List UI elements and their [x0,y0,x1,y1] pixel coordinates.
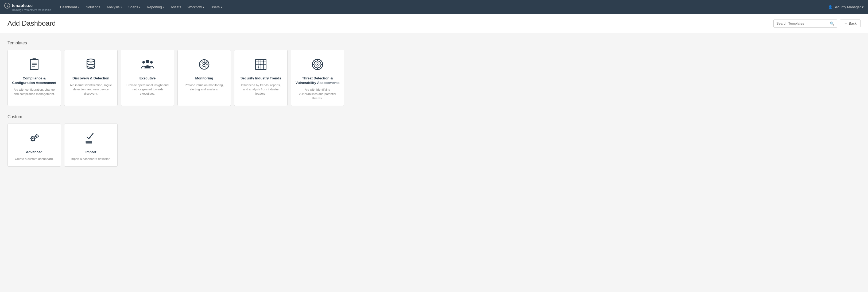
card-title: Executive [140,76,156,81]
card-desc: Provide operational insight and metrics … [125,83,170,96]
svg-point-5 [87,59,95,62]
svg-point-7 [143,61,145,64]
database-icon [83,56,99,72]
custom-card-advanced[interactable]: Advanced Create a custom dashboard. [7,123,61,167]
nav-solutions[interactable]: Solutions [83,3,103,11]
card-desc: Provide intrusion monitoring, alerting a… [182,83,226,91]
svg-point-22 [258,66,259,68]
page-header: Add Dashboard 🔍 ← Back [0,14,868,33]
user-icon: 👤 [828,5,833,9]
svg-rect-48 [38,136,39,137]
chevron-down-icon: ▾ [203,6,204,8]
svg-rect-35 [32,136,34,137]
svg-rect-41 [34,136,35,138]
card-title: Import [86,150,96,154]
custom-section-title: Custom [7,114,861,119]
svg-point-34 [32,138,34,139]
header-actions: 🔍 ← Back [773,20,861,28]
template-card-discovery[interactable]: Discovery & Detection Aid in trust ident… [64,50,118,106]
main-content: Templates Compliance & Configuration Ass… [0,33,868,292]
svg-rect-47 [35,136,35,137]
brand-icon: t [4,3,10,8]
username-label: Security Manager [834,5,861,9]
card-title: Security Industry Trends [241,76,281,81]
chevron-down-icon: ▾ [862,5,864,9]
svg-point-44 [36,136,37,137]
template-card-executive[interactable]: Executive Provide operational insight an… [121,50,174,106]
svg-rect-45 [36,134,37,135]
card-desc: Import a dashboard definition. [70,157,111,161]
template-card-threat-detection[interactable]: Threat Detection & Vulnerability Assessm… [291,50,344,106]
search-box: 🔍 [773,20,837,28]
nav-workflow[interactable]: Workflow ▾ [185,3,207,11]
svg-rect-40 [34,140,35,141]
svg-rect-38 [34,138,35,139]
card-title: Advanced [26,150,42,154]
search-button[interactable]: 🔍 [827,20,837,27]
brand-name: tenable.sc [12,3,33,8]
brand-logo-link[interactable]: t tenable.sc Training Environment for Te… [4,3,51,11]
template-card-security-trends[interactable]: Security Industry Trends Influenced by t… [234,50,287,106]
svg-rect-50 [86,143,92,144]
brand-subtitle: Training Environment for Tenable [12,8,51,11]
svg-rect-46 [36,137,37,138]
template-card-compliance[interactable]: Compliance & Configuration Assessment Ai… [7,50,61,106]
card-title: Compliance & Configuration Assessment [12,76,56,85]
template-card-monitoring[interactable]: Monitoring Provide intrusion monitoring,… [178,50,231,106]
nav-scans[interactable]: Scans ▾ [126,3,143,11]
navbar: t tenable.sc Training Environment for Te… [0,0,868,14]
import-icon [83,130,99,146]
radar-icon [196,56,212,72]
chevron-down-icon: ▾ [78,6,80,8]
card-desc: Influenced by trends, reports, and analy… [239,83,283,96]
card-desc: Aid with configuration, change and compl… [12,87,56,96]
templates-grid: Compliance & Configuration Assessment Ai… [7,50,861,106]
custom-grid: Advanced Create a custom dashboard. Impo… [7,123,861,167]
card-title: Discovery & Detection [72,76,109,81]
card-desc: Aid with identifying vulnerabilities and… [295,87,340,100]
card-title: Threat Detection & Vulnerability Assessm… [295,76,340,85]
nav-users[interactable]: Users ▾ [208,3,225,11]
chevron-down-icon: ▾ [163,6,164,8]
custom-card-import[interactable]: Import Import a dashboard definition. [64,123,118,167]
svg-rect-36 [32,140,34,141]
card-desc: Create a custom dashboard. [15,157,54,161]
templates-section-title: Templates [7,41,861,46]
chevron-down-icon: ▾ [139,6,140,8]
nav-analysis[interactable]: Analysis ▾ [104,3,125,11]
page-title: Add Dashboard [7,19,56,28]
back-arrow-icon: ← [844,21,847,25]
back-button[interactable]: ← Back [840,20,861,27]
svg-point-8 [150,61,153,64]
svg-point-24 [263,61,264,63]
search-input[interactable] [774,20,827,27]
nav-dashboard[interactable]: Dashboard ▾ [58,3,82,11]
target-icon [309,56,326,72]
gears-icon [26,130,42,146]
svg-rect-37 [30,138,31,139]
chevron-down-icon: ▾ [221,6,222,8]
card-title: Monitoring [195,76,213,81]
chevron-down-icon: ▾ [121,6,122,8]
user-menu[interactable]: 👤 Security Manager ▾ [828,5,864,9]
nav-reporting[interactable]: Reporting ▾ [144,3,167,11]
card-desc: Aid in trust identification, rogue detec… [69,83,113,96]
svg-point-6 [146,60,149,63]
clipboard-icon [26,56,42,72]
grid-chart-icon [253,56,269,72]
svg-rect-1 [33,58,36,60]
svg-point-23 [260,64,261,65]
nav-menu: Dashboard ▾ Solutions Analysis ▾ Scans ▾… [58,3,828,11]
users-icon [140,56,156,72]
nav-assets[interactable]: Assets [168,3,184,11]
svg-point-28 [317,64,318,65]
svg-rect-49 [86,141,92,142]
